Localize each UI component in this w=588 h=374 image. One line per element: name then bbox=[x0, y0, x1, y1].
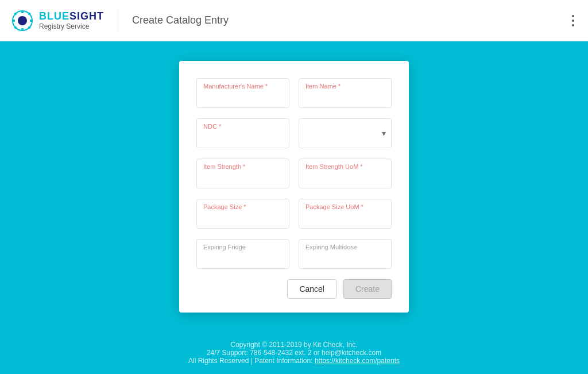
svg-rect-5 bbox=[30, 20, 33, 22]
logo-icon bbox=[11, 10, 33, 32]
item-strength-uom-field: Item Strength UoM * bbox=[299, 159, 392, 188]
package-size-uom-field: Package Size UoM * bbox=[299, 199, 392, 229]
manufacturer-name-field: Manufacturer's Name * bbox=[196, 78, 289, 108]
form-actions: Cancel Create bbox=[196, 279, 392, 299]
ndc-field: NDC * bbox=[196, 118, 289, 148]
item-strength-field: Item Strength * bbox=[196, 159, 289, 188]
form-row-2: NDC * Package Type * ▾ bbox=[196, 118, 392, 148]
dot-1 bbox=[572, 15, 574, 17]
manufacturer-name-input[interactable] bbox=[196, 78, 289, 108]
form-row-5: Expiring Fridge Expiring Multidose bbox=[196, 239, 392, 269]
logo-text: BLUESIGHT Registry Service bbox=[39, 10, 104, 31]
package-type-field: Package Type * ▾ bbox=[299, 118, 392, 148]
package-type-select[interactable] bbox=[299, 118, 392, 148]
form-row-1: Manufacturer's Name * Item Name * bbox=[196, 78, 392, 108]
svg-point-1 bbox=[18, 16, 27, 25]
svg-rect-3 bbox=[21, 28, 24, 31]
dot-2 bbox=[572, 20, 574, 22]
ndc-input[interactable] bbox=[196, 118, 289, 148]
logo-area: BLUESIGHT Registry Service bbox=[11, 10, 104, 32]
expiring-multidose-input[interactable] bbox=[299, 239, 392, 269]
svg-rect-4 bbox=[12, 20, 15, 22]
logo-brand: BLUESIGHT bbox=[39, 10, 104, 23]
footer-line3: All Rights Reserved | Patent Information… bbox=[9, 357, 579, 365]
page-title: Create Catalog Entry bbox=[132, 14, 229, 26]
svg-rect-2 bbox=[21, 10, 24, 13]
logo-subtitle: Registry Service bbox=[39, 22, 104, 30]
footer-line2: 24/7 Support: 786-548-2432 ext. 2 or hel… bbox=[9, 349, 579, 357]
item-name-input[interactable] bbox=[299, 78, 392, 108]
patent-link[interactable]: https://kitcheck.com/patents bbox=[315, 357, 400, 365]
main-content: Manufacturer's Name * Item Name * NDC * … bbox=[0, 41, 588, 331]
footer: Copyright © 2011-2019 by Kit Check, Inc.… bbox=[0, 331, 588, 374]
package-size-uom-input[interactable] bbox=[299, 199, 392, 229]
app-header: BLUESIGHT Registry Service Create Catalo… bbox=[0, 0, 588, 41]
package-type-select-wrapper: ▾ bbox=[299, 118, 392, 148]
item-name-field: Item Name * bbox=[299, 78, 392, 108]
dot-3 bbox=[572, 24, 574, 26]
create-catalog-dialog: Manufacturer's Name * Item Name * NDC * … bbox=[179, 61, 409, 313]
expiring-fridge-field: Expiring Fridge bbox=[196, 239, 289, 269]
create-button[interactable]: Create bbox=[343, 279, 392, 299]
package-size-input[interactable] bbox=[196, 199, 289, 229]
form-row-4: Package Size * Package Size UoM * bbox=[196, 199, 392, 229]
expiring-fridge-input[interactable] bbox=[196, 239, 289, 269]
expiring-multidose-field: Expiring Multidose bbox=[299, 239, 392, 269]
cancel-button[interactable]: Cancel bbox=[287, 279, 336, 299]
item-strength-input[interactable] bbox=[196, 159, 289, 188]
header-divider bbox=[118, 9, 118, 32]
package-size-field: Package Size * bbox=[196, 199, 289, 229]
more-options-button[interactable] bbox=[570, 13, 577, 29]
item-strength-uom-input[interactable] bbox=[299, 159, 392, 188]
form-row-3: Item Strength * Item Strength UoM * bbox=[196, 159, 392, 188]
footer-line1: Copyright © 2011-2019 by Kit Check, Inc. bbox=[9, 341, 579, 349]
